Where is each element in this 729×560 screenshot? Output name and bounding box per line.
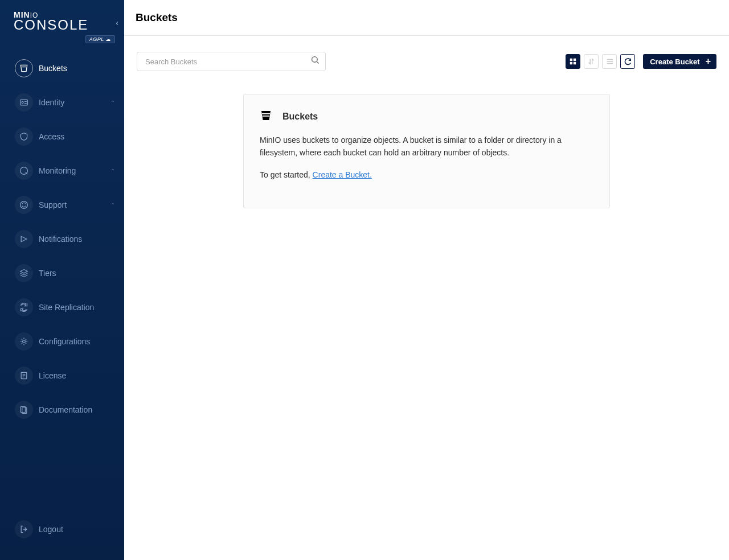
toolbar: Create Bucket + xyxy=(124,36,729,71)
tiers-icon xyxy=(15,264,33,282)
search-wrap xyxy=(137,52,326,71)
sort-button[interactable] xyxy=(584,54,599,69)
chevron-up-icon: ⌃ xyxy=(110,168,115,174)
configurations-icon xyxy=(15,332,33,351)
sidebar-item-identity[interactable]: Identity⌃ xyxy=(0,85,124,120)
view-list-button[interactable] xyxy=(602,54,617,69)
sidebar-item-support[interactable]: Support⌃ xyxy=(0,188,124,222)
documentation-icon xyxy=(15,401,33,419)
create-bucket-label: Create Bucket xyxy=(650,57,699,66)
info-card-description: MinIO uses buckets to organize objects. … xyxy=(260,134,593,159)
access-icon xyxy=(15,127,33,146)
sidebar-item-label: Site Replication xyxy=(39,303,115,312)
sidebar-footer-label: Logout xyxy=(39,525,115,534)
bucket-icon xyxy=(260,109,282,124)
replication-icon xyxy=(15,298,33,316)
sidebar-item-tiers[interactable]: Tiers xyxy=(0,256,124,290)
sidebar-item-notifications[interactable]: Notifications xyxy=(0,222,124,256)
sidebar-item-site-replication[interactable]: Site Replication xyxy=(0,290,124,324)
sidebar-item-label: Access xyxy=(39,132,115,141)
empty-state-card: Buckets MinIO uses buckets to organize o… xyxy=(243,94,610,208)
sidebar-item-label: Configurations xyxy=(39,337,115,346)
sidebar-collapse-button[interactable]: ‹ xyxy=(113,17,121,28)
sidebar-item-license[interactable]: License xyxy=(0,359,124,393)
sidebar-item-label: Documentation xyxy=(39,405,115,414)
logo-license-badge: AGPL ☁ xyxy=(85,35,115,43)
sidebar-item-monitoring[interactable]: Monitoring⌃ xyxy=(0,154,124,188)
create-bucket-link[interactable]: Create a Bucket. xyxy=(313,170,372,179)
sidebar-item-label: License xyxy=(39,371,115,380)
plus-icon: + xyxy=(706,57,711,66)
page-title: Buckets xyxy=(136,11,718,24)
main: Buckets Create Buc xyxy=(124,0,729,560)
identity-icon xyxy=(15,93,33,112)
sidebar-nav: BucketsIdentity⌃AccessMonitoring⌃Support… xyxy=(0,49,124,508)
sidebar-item-access[interactable]: Access xyxy=(0,120,124,154)
sidebar: MINIO CONSOLE AGPL ☁ ‹ BucketsIdentity⌃A… xyxy=(0,0,124,560)
sidebar-item-label: Buckets xyxy=(39,64,115,73)
sidebar-item-label: Monitoring xyxy=(39,166,110,175)
page-scroll[interactable]: Create Bucket + Buckets MinIO uses bucke… xyxy=(124,36,729,560)
page-header: Buckets xyxy=(124,0,729,36)
logout-icon xyxy=(15,520,33,538)
sidebar-item-configurations[interactable]: Configurations xyxy=(0,324,124,359)
sidebar-item-label: Support xyxy=(39,200,110,209)
content-area: Buckets MinIO uses buckets to organize o… xyxy=(124,71,729,231)
create-bucket-button[interactable]: Create Bucket + xyxy=(643,54,716,69)
chevron-up-icon: ⌃ xyxy=(110,202,115,208)
bucket-icon xyxy=(15,59,33,77)
license-icon xyxy=(15,367,33,385)
sidebar-item-logout[interactable]: Logout xyxy=(0,512,124,546)
search-input[interactable] xyxy=(137,52,326,71)
sidebar-item-label: Identity xyxy=(39,98,110,107)
chevron-up-icon: ⌃ xyxy=(110,100,115,106)
sidebar-item-label: Notifications xyxy=(39,234,115,244)
logo-product: CONSOLE xyxy=(14,18,115,32)
sidebar-item-documentation[interactable]: Documentation xyxy=(0,393,124,427)
sidebar-item-buckets[interactable]: Buckets xyxy=(0,51,124,85)
info-card-cta: To get started, Create a Bucket. xyxy=(260,169,593,182)
view-grid-button[interactable] xyxy=(566,54,580,69)
notifications-icon xyxy=(15,230,33,248)
support-icon xyxy=(15,196,33,214)
sidebar-item-label: Tiers xyxy=(39,269,115,278)
refresh-button[interactable] xyxy=(620,54,635,69)
info-card-title: Buckets xyxy=(282,112,318,122)
logo: MINIO CONSOLE AGPL ☁ ‹ xyxy=(0,0,124,49)
monitoring-icon xyxy=(15,162,33,180)
